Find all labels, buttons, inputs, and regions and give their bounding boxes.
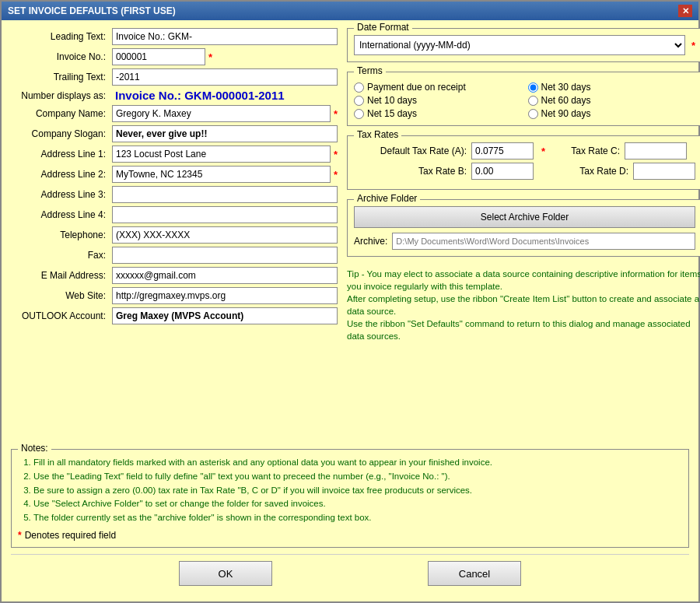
tax-rate-a-row: Default Tax Rate (A): * Tax Rate C: (354, 142, 695, 160)
close-button[interactable]: ✕ (678, 5, 692, 17)
archive-path-input[interactable] (392, 233, 695, 250)
archive-row: Archive: (354, 233, 695, 250)
leading-text-input[interactable] (112, 28, 338, 45)
rate-c-input[interactable] (625, 142, 687, 160)
trailing-text-input[interactable] (112, 68, 338, 86)
address3-row: Address Line 3: (11, 186, 338, 203)
term-net-30-radio[interactable] (528, 82, 538, 93)
tip-text: Tip - You may elect to associate a data … (347, 268, 700, 343)
left-panel: Leading Text: Invoice No.: * Trailing Te… (11, 28, 338, 441)
note-item-2: Use the "Leading Text" field to fully de… (33, 470, 682, 484)
rate-b-input[interactable] (471, 163, 534, 180)
address2-required: * (334, 169, 338, 181)
leading-text-row: Leading Text: (11, 28, 338, 45)
company-name-row: Company Name: * (11, 105, 338, 122)
website-input[interactable] (112, 287, 338, 304)
bottom-buttons: OK Cancel (11, 554, 689, 594)
telephone-input[interactable] (112, 226, 338, 244)
leading-text-label: Leading Text: (11, 31, 112, 42)
address3-label: Address Line 3: (11, 189, 112, 200)
company-slogan-input[interactable] (112, 125, 338, 142)
rate-d-label: Tax Rate D: (558, 166, 628, 177)
cancel-button[interactable]: Cancel (428, 561, 521, 586)
terms-grid: Payment due on receipt Net 30 days Net 1… (354, 79, 695, 119)
date-format-row: International (yyyy-MM-dd) US (MM/dd/yyy… (354, 35, 695, 55)
notes-title: Notes: (18, 443, 51, 454)
company-name-input[interactable] (112, 105, 331, 122)
note-item-4: Use "Select Archive Folder" to set or ch… (33, 497, 682, 511)
terms-group: Terms Payment due on receipt Net 30 days… (347, 72, 700, 126)
title-bar: SET INVOICE DEFAULTS (FIRST USE) ✕ (2, 2, 698, 20)
required-note-text: Denotes required field (25, 530, 116, 541)
date-format-required: * (691, 40, 695, 51)
dialog-title: SET INVOICE DEFAULTS (FIRST USE) (8, 5, 176, 16)
invoice-no-label: Invoice No.: (11, 51, 112, 62)
address2-input[interactable] (112, 166, 331, 183)
tax-rates-group-label: Tax Rates (354, 129, 401, 140)
select-archive-folder-button[interactable]: Select Archive Folder (354, 206, 695, 228)
term-net-90-radio[interactable] (528, 109, 538, 119)
archive-folder-group: Archive Folder Select Archive Folder Arc… (347, 199, 700, 257)
fax-row: Fax: (11, 247, 338, 264)
address4-input[interactable] (112, 206, 338, 223)
default-tax-required: * (541, 145, 545, 157)
main-content: Leading Text: Invoice No.: * Trailing Te… (11, 28, 689, 441)
address4-label: Address Line 4: (11, 209, 112, 220)
telephone-row: Telephone: (11, 226, 338, 244)
telephone-label: Telephone: (11, 230, 112, 240)
date-format-group-label: Date Format (354, 22, 412, 33)
tax-rate-b-row: Tax Rate B: Tax Rate D: (354, 163, 695, 180)
term-net-90[interactable]: Net 90 days (528, 108, 696, 119)
email-input[interactable] (112, 267, 338, 284)
ok-button[interactable]: OK (179, 561, 272, 586)
default-tax-input[interactable] (471, 142, 534, 160)
rate-c-label: Tax Rate C: (550, 145, 620, 156)
website-row: Web Site: (11, 287, 338, 304)
address4-row: Address Line 4: (11, 206, 338, 223)
email-row: E Mail Address: (11, 267, 338, 284)
term-net-30[interactable]: Net 30 days (528, 82, 696, 93)
address3-input[interactable] (112, 186, 338, 203)
trailing-text-label: Trailing Text: (11, 72, 112, 82)
rate-d-input[interactable] (633, 163, 695, 180)
term-net-60-radio[interactable] (528, 96, 538, 106)
term-net-10[interactable]: Net 10 days (354, 95, 522, 106)
default-tax-label: Default Tax Rate (A): (354, 145, 467, 156)
address2-label: Address Line 2: (11, 169, 112, 180)
invoice-no-required: * (208, 51, 212, 63)
company-name-label: Company Name: (11, 108, 112, 119)
right-panel: Date Format International (yyyy-MM-dd) U… (347, 28, 700, 441)
archive-folder-group-label: Archive Folder (354, 193, 420, 204)
date-format-select[interactable]: International (yyyy-MM-dd) US (MM/dd/yyy… (354, 35, 685, 55)
term-net-15[interactable]: Net 15 days (354, 108, 522, 119)
rate-b-label: Tax Rate B: (354, 166, 467, 177)
address1-required: * (334, 149, 338, 160)
company-slogan-row: Company Slogan: (11, 125, 338, 142)
invoice-no-input[interactable] (112, 48, 205, 65)
set-invoice-defaults-dialog: SET INVOICE DEFAULTS (FIRST USE) ✕ Leadi… (0, 0, 700, 603)
required-star-icon: * (18, 530, 22, 541)
note-item-5: The folder currently set as the "archive… (33, 511, 682, 525)
fax-input[interactable] (112, 247, 338, 264)
fax-label: Fax: (11, 250, 112, 261)
term-net-60[interactable]: Net 60 days (528, 95, 696, 106)
term-net-15-radio[interactable] (354, 109, 364, 119)
address1-input[interactable] (112, 145, 331, 163)
website-label: Web Site: (11, 290, 112, 301)
archive-label: Archive: (354, 236, 387, 247)
tax-rates-group: Tax Rates Default Tax Rate (A): * Tax Ra… (347, 135, 700, 190)
term-payment-due-radio[interactable] (354, 82, 364, 93)
term-net-10-radio[interactable] (354, 96, 364, 106)
note-item-3: Be sure to assign a zero (0.00) tax rate… (33, 484, 682, 498)
company-name-required: * (334, 108, 338, 120)
number-display-value: Invoice No.: GKM-000001-2011 (112, 89, 285, 102)
outlook-input[interactable] (112, 307, 338, 324)
address2-row: Address Line 2: * (11, 166, 338, 183)
notes-list: Fill in all mandatory fields marked with… (18, 456, 682, 525)
trailing-text-row: Trailing Text: (11, 68, 338, 86)
required-note: * Denotes required field (18, 530, 682, 541)
term-payment-due[interactable]: Payment due on receipt (354, 82, 522, 93)
email-label: E Mail Address: (11, 270, 112, 281)
outlook-label: OUTLOOK Account: (11, 310, 112, 321)
number-display-label: Number displays as: (11, 90, 112, 101)
